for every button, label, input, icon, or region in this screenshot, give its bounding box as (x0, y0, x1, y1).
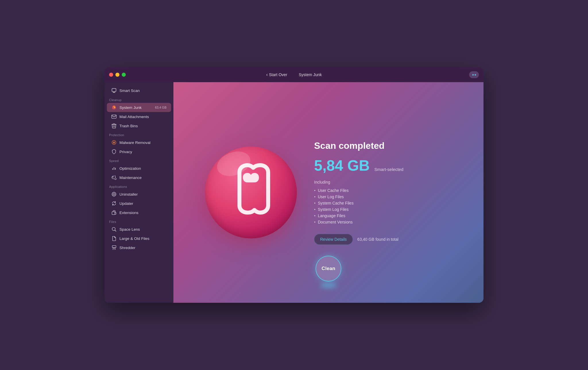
system-junk-icon (111, 105, 117, 110)
back-button[interactable]: ‹ Start Over (266, 72, 287, 77)
smart-scan-icon (111, 88, 117, 93)
maximize-button[interactable] (122, 73, 126, 77)
svg-rect-15 (112, 212, 115, 215)
speed-section-label: Speed (105, 156, 173, 164)
app-logo-svg (222, 161, 280, 224)
dot-icon (472, 74, 474, 76)
space-lens-label: Space Lens (119, 227, 140, 232)
sidebar-item-trash-bins[interactable]: Trash Bins (107, 121, 171, 130)
info-panel: Scan completed 5,84 GB Smart-selected In… (314, 140, 452, 245)
maintenance-label: Maintenance (119, 176, 142, 180)
sidebar-item-updater[interactable]: Updater (107, 199, 171, 208)
app-window: ‹ Start Over System Junk (105, 67, 483, 303)
sidebar-item-shredder[interactable]: Shredder (107, 243, 171, 252)
close-button[interactable] (109, 73, 113, 77)
back-label: Start Over (269, 72, 287, 77)
optimization-label: Optimization (119, 166, 141, 171)
main-content: Scan completed 5,84 GB Smart-selected In… (173, 82, 483, 303)
clean-button-glow (320, 283, 337, 288)
svg-rect-18 (112, 246, 116, 248)
svg-line-19 (113, 248, 113, 250)
sidebar-item-mail-attachments[interactable]: Mail Attachments (107, 112, 171, 121)
sidebar-item-maintenance[interactable]: Maintenance (107, 173, 171, 182)
title-bar: ‹ Start Over System Junk (105, 67, 483, 82)
sidebar-item-large-old-files[interactable]: Large & Old Files (107, 234, 171, 243)
trash-icon (111, 123, 117, 128)
sidebar-item-extensions[interactable]: Extensions (107, 208, 171, 217)
applications-section-label: Applications (105, 182, 173, 190)
window-body: Smart Scan Cleanup System Junk 63,4 GB (105, 82, 483, 303)
trash-bins-label: Trash Bins (119, 124, 138, 128)
shredder-label: Shredder (119, 246, 136, 250)
list-item: User Log Files (314, 194, 452, 200)
traffic-lights (109, 73, 126, 77)
smart-selected-label: Smart-selected (374, 167, 403, 172)
privacy-label: Privacy (119, 150, 132, 154)
list-item: Language Files (314, 213, 452, 219)
sidebar: Smart Scan Cleanup System Junk 63,4 GB (105, 82, 173, 303)
clean-button[interactable]: Clean (316, 256, 341, 282)
svg-line-17 (115, 230, 116, 232)
protection-section-label: Protection (105, 130, 173, 138)
size-value: 5,84 GB (314, 157, 370, 174)
optimization-icon (111, 166, 117, 171)
system-junk-label: System Junk (119, 105, 142, 110)
large-old-files-icon (111, 236, 117, 241)
file-list: User Cache Files User Log Files System C… (314, 187, 452, 225)
size-row: 5,84 GB Smart-selected (314, 157, 452, 174)
scan-completed-title: Scan completed (314, 140, 452, 151)
app-icon-container (205, 147, 297, 238)
mail-attachments-label: Mail Attachments (119, 115, 149, 119)
dot-icon (475, 74, 476, 76)
svg-rect-0 (112, 88, 116, 92)
system-junk-badge: 63,4 GB (155, 106, 167, 109)
updater-label: Updater (119, 201, 133, 206)
privacy-icon (111, 149, 117, 154)
chevron-left-icon: ‹ (266, 72, 268, 77)
list-item: System Log Files (314, 206, 452, 213)
window-title: System Junk (299, 72, 322, 77)
smart-scan-label: Smart Scan (119, 88, 140, 93)
malware-icon (111, 140, 117, 145)
app-icon-bg (205, 147, 297, 238)
cleanup-section-label: Cleanup (105, 95, 173, 103)
space-lens-icon (111, 227, 117, 232)
malware-removal-label: Malware Removal (119, 140, 150, 145)
sidebar-item-smart-scan[interactable]: Smart Scan (107, 86, 171, 95)
title-bar-actions (469, 71, 479, 78)
uninstaller-icon (111, 192, 117, 197)
extensions-icon (111, 210, 117, 215)
found-total-text: 63,40 GB found in total (357, 237, 399, 242)
updater-icon (111, 201, 117, 206)
including-label: Including (314, 180, 452, 184)
sidebar-item-malware-removal[interactable]: Malware Removal (107, 138, 171, 147)
maintenance-icon (111, 175, 117, 180)
large-old-files-label: Large & Old Files (119, 236, 149, 241)
list-item: System Cache Files (314, 200, 452, 206)
extensions-label: Extensions (119, 211, 138, 215)
svg-point-14 (113, 194, 115, 195)
sidebar-item-system-junk[interactable]: System Junk 63,4 GB (107, 103, 171, 112)
list-item: User Cache Files (314, 187, 452, 194)
title-bar-center: ‹ Start Over System Junk (266, 72, 322, 77)
files-section-label: Files (105, 217, 173, 225)
svg-line-21 (115, 248, 115, 250)
list-item: Document Versions (314, 219, 452, 225)
main-content-inner: Scan completed 5,84 GB Smart-selected In… (173, 140, 483, 245)
sidebar-item-uninstaller[interactable]: Uninstaller (107, 190, 171, 199)
svg-rect-4 (112, 115, 116, 118)
shredder-icon (111, 245, 117, 250)
uninstaller-label: Uninstaller (119, 192, 138, 196)
sidebar-item-space-lens[interactable]: Space Lens (107, 225, 171, 234)
review-details-button[interactable]: Review Details (314, 234, 353, 245)
mail-icon (111, 114, 117, 119)
actions-row: Review Details 63,40 GB found in total (314, 234, 452, 245)
sidebar-item-optimization[interactable]: Optimization (107, 164, 171, 173)
sidebar-item-privacy[interactable]: Privacy (107, 147, 171, 156)
clean-button-container: Clean (316, 256, 341, 288)
minimize-button[interactable] (115, 73, 119, 77)
more-options-button[interactable] (469, 71, 479, 78)
